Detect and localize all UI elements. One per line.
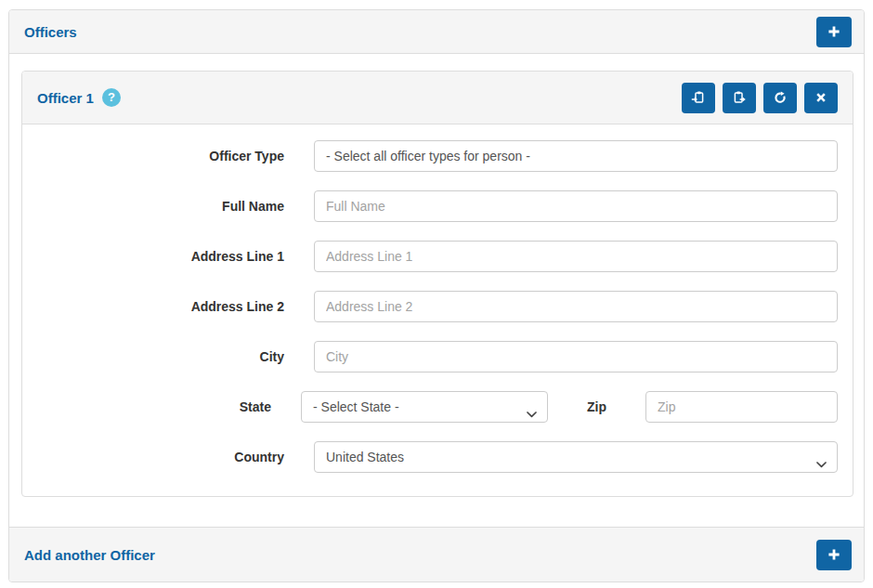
address-line-1-label: Address Line 1 — [22, 249, 314, 264]
officer-title: Officer 1 — [37, 90, 94, 106]
officers-section: Officers Officer 1 ? — [8, 9, 865, 582]
clipboard-arrow-in-icon — [691, 90, 706, 105]
officers-section-title: Officers — [24, 24, 77, 40]
zip-input[interactable] — [645, 391, 838, 423]
address-line-2-row: Address Line 2 — [22, 291, 838, 322]
reset-officer-button[interactable] — [763, 83, 797, 113]
city-row: City — [22, 341, 838, 372]
officer-panel: Officer 1 ? — [21, 71, 853, 497]
officer-panel-header: Officer 1 ? — [22, 72, 853, 124]
zip-label: Zip — [548, 399, 645, 414]
country-select[interactable]: United States — [314, 441, 838, 473]
full-name-label: Full Name — [22, 199, 314, 214]
refresh-icon — [773, 90, 788, 105]
city-label: City — [22, 349, 314, 364]
import-officer-button[interactable] — [682, 83, 715, 113]
chevron-down-icon — [527, 405, 537, 422]
officer-form: Officer Type - Select all officer types … — [22, 124, 853, 496]
help-icon[interactable]: ? — [102, 88, 121, 107]
remove-officer-button[interactable] — [804, 83, 838, 113]
state-zip-row: State - Select State - Zip — [22, 391, 838, 423]
plus-icon — [827, 24, 841, 39]
address-line-1-input[interactable] — [314, 241, 838, 272]
x-icon — [814, 90, 828, 105]
plus-icon — [827, 547, 841, 562]
country-row: Country United States — [22, 441, 838, 473]
state-label: State — [22, 399, 301, 414]
full-name-row: Full Name — [22, 190, 838, 222]
state-select[interactable]: - Select State - — [301, 391, 548, 423]
country-label: Country — [22, 450, 314, 464]
officer-type-row: Officer Type - Select all officer types … — [22, 140, 838, 172]
officer-type-select[interactable]: - Select all officer types for person - — [314, 140, 838, 172]
add-another-officer-title: Add another Officer — [24, 547, 155, 563]
add-another-officer-bar: Add another Officer — [9, 527, 864, 581]
clipboard-arrow-out-icon — [732, 90, 747, 105]
city-input[interactable] — [314, 341, 838, 372]
address-line-2-input[interactable] — [314, 291, 838, 322]
address-line-1-row: Address Line 1 — [22, 241, 838, 272]
address-line-2-label: Address Line 2 — [22, 299, 314, 314]
chevron-down-icon — [816, 455, 827, 472]
officer-type-label: Officer Type — [22, 149, 314, 163]
copy-officer-button[interactable] — [723, 83, 756, 113]
add-officer-button[interactable] — [816, 17, 852, 47]
officers-header-bar: Officers — [9, 10, 864, 54]
officer-toolbar — [674, 83, 838, 113]
full-name-input[interactable] — [314, 190, 838, 222]
add-another-officer-button[interactable] — [816, 540, 852, 570]
